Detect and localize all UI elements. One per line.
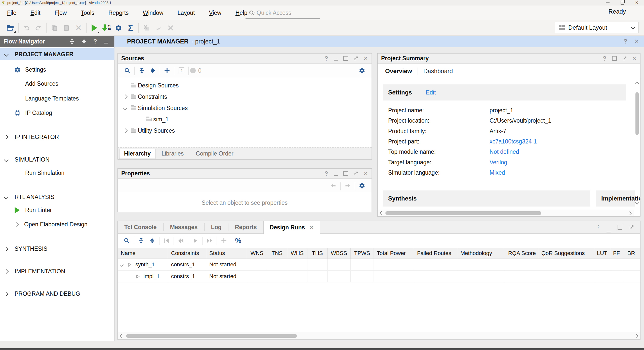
tree-item-sim-1[interactable]: sim_1 — [118, 114, 372, 125]
column-header[interactable]: Name — [118, 248, 168, 259]
collapse-all-icon[interactable] — [136, 65, 147, 76]
float-icon[interactable] — [354, 171, 358, 176]
menu-item-reports[interactable]: Reports — [101, 10, 136, 16]
tab-messages[interactable]: Messages — [164, 221, 204, 233]
column-header[interactable]: RQA Score — [505, 248, 538, 259]
menu-item-edit[interactable]: Edit — [23, 10, 48, 16]
gear-icon[interactable] — [356, 65, 368, 76]
float-icon[interactable] — [354, 56, 358, 61]
menu-item-view[interactable]: View — [202, 10, 228, 16]
chevron-right-icon[interactable] — [4, 291, 8, 296]
chevron-down-icon[interactable] — [123, 106, 127, 110]
sidebar-item-run-simulation[interactable]: Run Simulation — [0, 167, 114, 179]
chevron-down-icon[interactable] — [120, 263, 124, 267]
project-part-link[interactable]: xc7a100tcsg324-1 — [490, 138, 537, 145]
layout-selector[interactable]: Default Layout — [555, 22, 638, 33]
help-icon[interactable]: ? — [93, 38, 97, 44]
tree-item-design-sources[interactable]: Design Sources — [118, 80, 372, 91]
column-header[interactable]: QoR Suggestions — [538, 248, 594, 259]
tab-libraries[interactable]: Libraries — [155, 150, 190, 157]
column-header[interactable]: Total Power — [374, 248, 414, 259]
close-tab-icon[interactable]: ✕ — [309, 224, 314, 230]
chevron-down-icon[interactable] — [4, 52, 8, 57]
window-minimize-icon[interactable] — [606, 3, 610, 3]
help-icon[interactable]: ? — [597, 225, 599, 229]
scrollbar-thumb[interactable] — [635, 92, 639, 135]
add-sources-icon[interactable] — [162, 65, 173, 76]
tree-item-utility-sources[interactable]: Utility Sources — [118, 125, 372, 136]
help-icon[interactable]: ? — [603, 56, 607, 62]
sidebar-item-rtl-analysis[interactable]: RTL ANALYSIS — [0, 191, 114, 203]
column-header[interactable]: TPWS — [351, 248, 374, 259]
search-icon[interactable] — [121, 235, 132, 246]
float-icon[interactable] — [629, 225, 634, 229]
close-icon[interactable]: ✕ — [364, 171, 368, 176]
maximize-icon[interactable] — [618, 225, 622, 230]
column-header[interactable]: THS — [307, 248, 328, 259]
menu-item-window[interactable]: Window — [136, 10, 171, 16]
minimize-icon[interactable] — [334, 60, 338, 61]
chevron-right-icon[interactable] — [123, 128, 128, 133]
menu-item-layout[interactable]: Layout — [170, 10, 202, 16]
collapse-all-icon[interactable] — [136, 235, 147, 246]
window-restore-icon[interactable] — [621, 1, 624, 5]
vertical-scrollbar[interactable] — [634, 80, 639, 207]
sidebar-item-run-linter[interactable]: Run Linter — [0, 204, 114, 216]
tree-item-constraints[interactable]: Constraints — [118, 91, 372, 103]
maximize-icon[interactable] — [343, 56, 348, 61]
close-icon[interactable]: ✕ — [634, 39, 639, 44]
horizontal-scrollbar[interactable] — [118, 332, 640, 339]
column-header[interactable]: WBSS — [328, 248, 351, 259]
tree-item-simulation-sources[interactable]: Simulation Sources — [118, 103, 372, 114]
percent-icon[interactable]: % — [233, 235, 244, 246]
column-header[interactable]: Methodology — [457, 248, 505, 259]
sidebar-item-implementation[interactable]: IMPLEMENTATION — [0, 266, 114, 277]
menu-item-tools[interactable]: Tools — [74, 10, 101, 16]
chevron-right-icon[interactable] — [123, 94, 128, 99]
scroll-left-icon[interactable] — [120, 334, 124, 338]
help-icon[interactable]: ? — [624, 38, 627, 44]
chevron-right-icon[interactable] — [4, 246, 8, 251]
column-header[interactable]: WNS — [247, 248, 267, 259]
tab-design-runs[interactable]: Design Runs ✕ — [263, 221, 320, 234]
expand-all-icon[interactable] — [147, 235, 158, 246]
open-project-button[interactable] — [5, 22, 17, 34]
maximize-icon[interactable] — [343, 171, 348, 176]
column-header[interactable]: Status — [206, 248, 247, 259]
simulator-language-link[interactable]: Mixed — [490, 169, 505, 176]
chevron-right-icon[interactable] — [4, 269, 8, 274]
chevron-down-icon[interactable] — [4, 195, 8, 199]
sidebar-item-project-manager[interactable]: PROJECT MANAGER — [0, 48, 114, 60]
column-header[interactable]: FF — [610, 248, 623, 259]
close-icon[interactable]: ✕ — [632, 56, 637, 61]
sidebar-item-language-templates[interactable]: Language Templates — [0, 93, 114, 104]
report-summary-button[interactable]: Σ — [125, 22, 137, 34]
table-row[interactable]: impl_1 constrs_1 Not started — [118, 271, 640, 282]
sidebar-item-add-sources[interactable]: Add Sources — [0, 78, 114, 89]
sidebar-item-settings[interactable]: Settings — [0, 64, 114, 75]
sidebar-item-open-elaborated-design[interactable]: Open Elaborated Design — [0, 219, 114, 230]
target-language-link[interactable]: Verilog — [490, 159, 507, 166]
column-header[interactable]: LUT — [594, 248, 610, 259]
minimize-icon[interactable] — [334, 175, 338, 176]
tab-overview[interactable]: Overview — [385, 68, 412, 75]
menu-item-flow[interactable]: Flow — [48, 10, 74, 16]
search-icon[interactable] — [122, 65, 133, 76]
chevron-right-icon[interactable] — [4, 135, 8, 139]
quick-access-input[interactable] — [246, 8, 320, 19]
float-icon[interactable] — [622, 56, 627, 61]
sidebar-item-synthesis[interactable]: SYNTHESIS — [0, 243, 114, 255]
menu-item-file[interactable]: File — [0, 10, 23, 16]
top-module-link[interactable]: Not defined — [490, 148, 519, 155]
tab-dashboard[interactable]: Dashboard — [423, 68, 453, 75]
close-icon[interactable]: ✕ — [364, 56, 368, 61]
tab-log[interactable]: Log — [205, 221, 228, 233]
tab-tcl-console[interactable]: Tcl Console — [118, 221, 163, 233]
table-row[interactable]: synth_1 constrs_1 Not started — [118, 259, 640, 271]
chevron-right-icon[interactable] — [14, 222, 19, 227]
settings-button[interactable] — [112, 22, 125, 34]
sidebar-item-ip-catalog[interactable]: IP Catalog — [0, 107, 114, 119]
expand-toggle-icon[interactable] — [81, 39, 87, 44]
maximize-icon[interactable] — [612, 56, 617, 61]
tab-compile-order[interactable]: Compile Order — [190, 150, 239, 157]
